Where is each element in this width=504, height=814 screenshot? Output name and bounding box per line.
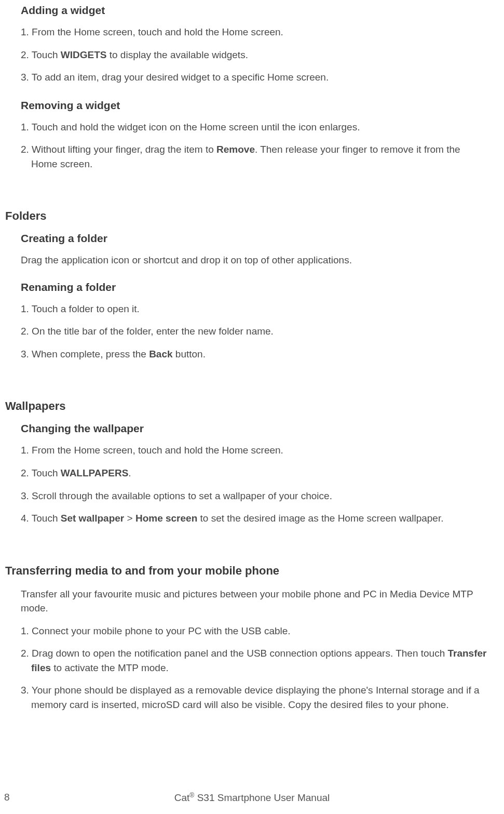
heading-adding-widget: Adding a widget xyxy=(21,4,488,17)
heading-creating-folder: Creating a folder xyxy=(21,232,488,245)
step: 3. Scroll through the available options … xyxy=(21,489,488,503)
heading-transferring-media: Transferring media to and from your mobi… xyxy=(5,564,488,578)
step-bold: WALLPAPERS xyxy=(61,468,129,478)
step-text: 2. Touch xyxy=(21,49,61,60)
heading-wallpapers: Wallpapers xyxy=(5,399,488,413)
step-text: 2. Drag down to open the notification pa… xyxy=(21,648,448,659)
step: 1. Connect your mobile phone to your PC … xyxy=(21,624,488,638)
heading-changing-wallpaper: Changing the wallpaper xyxy=(21,422,488,435)
step: 1. Touch and hold the widget icon on the… xyxy=(21,120,488,135)
step: 3. To add an item, drag your desired wid… xyxy=(21,70,488,85)
step-text: to display the available widgets. xyxy=(106,49,248,60)
paragraph: Drag the application icon or shortcut an… xyxy=(21,253,488,268)
step: 4. Touch Set wallpaper > Home screen to … xyxy=(21,511,488,526)
step: 1. From the Home screen, touch and hold … xyxy=(21,443,488,458)
step-bold: Home screen xyxy=(135,513,197,524)
step-text: . xyxy=(128,468,131,478)
step-text: to set the desired image as the Home scr… xyxy=(197,513,443,524)
step: 1. Touch a folder to open it. xyxy=(21,302,488,316)
step: 2. Touch WIDGETS to display the availabl… xyxy=(21,48,488,62)
paragraph: Transfer all your favourite music and pi… xyxy=(21,587,488,616)
step-bold: Remove xyxy=(216,144,255,155)
page-footer: 8 Cat® S31 Smartphone User Manual xyxy=(0,792,504,804)
step: 2. Without lifting your finger, drag the… xyxy=(21,142,488,171)
page-content: Adding a widget 1. From the Home screen,… xyxy=(5,4,488,712)
step-text: 4. Touch xyxy=(21,513,61,524)
step: 2. On the title bar of the folder, enter… xyxy=(21,324,488,339)
step-text: 2. Touch xyxy=(21,468,61,478)
step-text: > xyxy=(124,513,135,524)
footer-text: S31 Smartphone User Manual xyxy=(194,792,330,803)
step-text: 2. Without lifting your finger, drag the… xyxy=(21,144,216,155)
heading-removing-widget: Removing a widget xyxy=(21,99,488,112)
step: 2. Drag down to open the notification pa… xyxy=(21,646,488,675)
footer-title: Cat® S31 Smartphone User Manual xyxy=(0,792,504,804)
step-text: button. xyxy=(173,349,206,359)
step: 3. When complete, press the Back button. xyxy=(21,347,488,362)
step: 3. Your phone should be displayed as a r… xyxy=(21,683,488,712)
step-bold: Back xyxy=(149,349,172,359)
step-bold: Set wallpaper xyxy=(61,513,125,524)
step: 2. Touch WALLPAPERS. xyxy=(21,466,488,481)
page-number: 8 xyxy=(4,792,10,803)
step-bold: WIDGETS xyxy=(61,49,107,60)
step: 1. From the Home screen, touch and hold … xyxy=(21,25,488,39)
heading-renaming-folder: Renaming a folder xyxy=(21,281,488,293)
step-text: to activate the MTP mode. xyxy=(51,662,169,673)
footer-text: Cat xyxy=(174,792,190,803)
step-text: 3. When complete, press the xyxy=(21,349,149,359)
heading-folders: Folders xyxy=(5,209,488,223)
